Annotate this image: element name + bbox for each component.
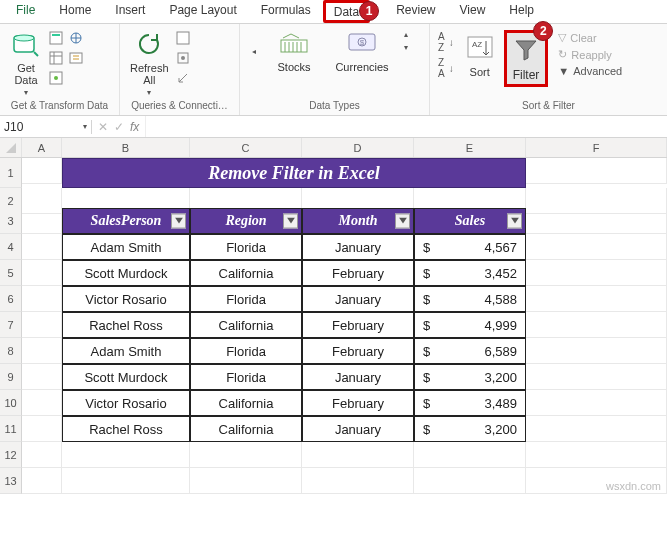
table-cell-sales[interactable]: $4,999 — [414, 312, 526, 338]
table-cell-sales[interactable]: $3,452 — [414, 260, 526, 286]
cell[interactable] — [22, 286, 62, 312]
cell[interactable] — [526, 286, 667, 312]
table-cell-sales[interactable]: $3,200 — [414, 364, 526, 390]
cell[interactable] — [22, 338, 62, 364]
scroll-left-icon[interactable]: ◂ — [252, 47, 256, 56]
table-header-region[interactable]: Region — [190, 208, 302, 234]
reapply-button[interactable]: ↻Reapply — [556, 47, 624, 62]
cell[interactable] — [414, 442, 526, 468]
table-cell-region[interactable]: California — [190, 416, 302, 442]
tab-file[interactable]: File — [4, 0, 47, 23]
cancel-icon[interactable]: ✕ — [98, 120, 108, 134]
existing-conn-icon[interactable] — [48, 70, 64, 86]
cell[interactable] — [62, 442, 190, 468]
sort-asc-button[interactable]: AZ↓ — [436, 30, 456, 54]
row-header[interactable]: 11 — [0, 416, 22, 442]
table-cell-salesperson[interactable]: Victor Rosario — [62, 390, 190, 416]
row-header[interactable]: 1 — [0, 158, 22, 188]
table-cell-month[interactable]: February — [302, 312, 414, 338]
properties-icon[interactable] — [175, 50, 191, 66]
table-cell-month[interactable]: February — [302, 390, 414, 416]
formula-input[interactable] — [145, 116, 667, 137]
name-box[interactable]: J10 ▾ — [0, 120, 92, 134]
table-cell-sales[interactable]: $6,589 — [414, 338, 526, 364]
table-header-sales[interactable]: Sales — [414, 208, 526, 234]
cell[interactable] — [526, 312, 667, 338]
cell[interactable] — [22, 208, 62, 234]
filter-dropdown-month[interactable] — [395, 214, 410, 229]
table-cell-region[interactable]: California — [190, 312, 302, 338]
table-cell-region[interactable]: Florida — [190, 338, 302, 364]
table-cell-month[interactable]: January — [302, 286, 414, 312]
refresh-all-button[interactable]: Refresh All ▾ — [126, 26, 173, 99]
select-all-triangle[interactable] — [0, 138, 22, 157]
get-data-button[interactable]: Get Data ▾ — [6, 26, 46, 99]
filter-dropdown-sales[interactable] — [507, 214, 522, 229]
cell[interactable] — [526, 234, 667, 260]
cell[interactable] — [526, 416, 667, 442]
table-cell-region[interactable]: California — [190, 390, 302, 416]
enter-icon[interactable]: ✓ — [114, 120, 124, 134]
sort-button[interactable]: AZ Sort — [460, 30, 500, 80]
from-web-icon[interactable] — [68, 30, 84, 46]
row-header[interactable]: 5 — [0, 260, 22, 286]
filter-dropdown-salesperson[interactable] — [171, 214, 186, 229]
cell[interactable] — [62, 468, 190, 494]
table-cell-sales[interactable]: $3,489 — [414, 390, 526, 416]
from-table-icon[interactable] — [48, 50, 64, 66]
table-cell-region[interactable]: California — [190, 260, 302, 286]
tab-page-layout[interactable]: Page Layout — [157, 0, 248, 23]
tab-data[interactable]: Data 1 — [323, 0, 370, 23]
cell[interactable] — [526, 364, 667, 390]
cell[interactable] — [22, 364, 62, 390]
table-cell-region[interactable]: Florida — [190, 364, 302, 390]
table-cell-salesperson[interactable]: Scott Murdock — [62, 364, 190, 390]
table-cell-salesperson[interactable]: Adam Smith — [62, 338, 190, 364]
table-cell-salesperson[interactable]: Adam Smith — [62, 234, 190, 260]
row-header[interactable]: 13 — [0, 468, 22, 494]
advanced-filter-button[interactable]: ▼Advanced — [556, 64, 624, 78]
stocks-button[interactable]: Stocks — [264, 30, 324, 73]
table-cell-month[interactable]: February — [302, 338, 414, 364]
tab-review[interactable]: Review — [384, 0, 447, 23]
table-cell-month[interactable]: February — [302, 260, 414, 286]
col-b[interactable]: B — [62, 138, 190, 157]
cell[interactable] — [526, 158, 667, 184]
table-cell-month[interactable]: January — [302, 364, 414, 390]
table-cell-sales[interactable]: $4,588 — [414, 286, 526, 312]
table-cell-salesperson[interactable]: Scott Murdock — [62, 260, 190, 286]
cell[interactable] — [302, 468, 414, 494]
table-header-salesperson[interactable]: SalesPerson — [62, 208, 190, 234]
cell[interactable] — [526, 338, 667, 364]
recent-sources-icon[interactable] — [68, 50, 84, 66]
table-header-month[interactable]: Month — [302, 208, 414, 234]
scroll-down-icon[interactable]: ▾ — [404, 43, 408, 52]
table-cell-region[interactable]: Florida — [190, 234, 302, 260]
edit-links-icon[interactable] — [175, 70, 191, 86]
col-d[interactable]: D — [302, 138, 414, 157]
table-cell-region[interactable]: Florida — [190, 286, 302, 312]
cell[interactable] — [526, 442, 667, 468]
cell[interactable] — [526, 208, 667, 234]
table-cell-salesperson[interactable]: Rachel Ross — [62, 416, 190, 442]
cell[interactable] — [190, 468, 302, 494]
sort-desc-button[interactable]: ZA↓ — [436, 56, 456, 80]
table-cell-month[interactable]: January — [302, 234, 414, 260]
currencies-button[interactable]: $ Currencies — [332, 30, 392, 73]
tab-formulas[interactable]: Formulas — [249, 0, 323, 23]
cell[interactable] — [22, 416, 62, 442]
filter-dropdown-region[interactable] — [283, 214, 298, 229]
col-f[interactable]: F — [526, 138, 667, 157]
cell[interactable] — [22, 234, 62, 260]
row-header[interactable]: 3 — [0, 208, 22, 234]
col-e[interactable]: E — [414, 138, 526, 157]
cell[interactable] — [526, 390, 667, 416]
cell[interactable] — [22, 260, 62, 286]
filter-button[interactable]: 2 Filter — [504, 30, 549, 87]
table-cell-sales[interactable]: $3,200 — [414, 416, 526, 442]
table-cell-salesperson[interactable]: Victor Rosario — [62, 286, 190, 312]
cell[interactable] — [302, 442, 414, 468]
tab-home[interactable]: Home — [47, 0, 103, 23]
col-a[interactable]: A — [22, 138, 62, 157]
col-c[interactable]: C — [190, 138, 302, 157]
